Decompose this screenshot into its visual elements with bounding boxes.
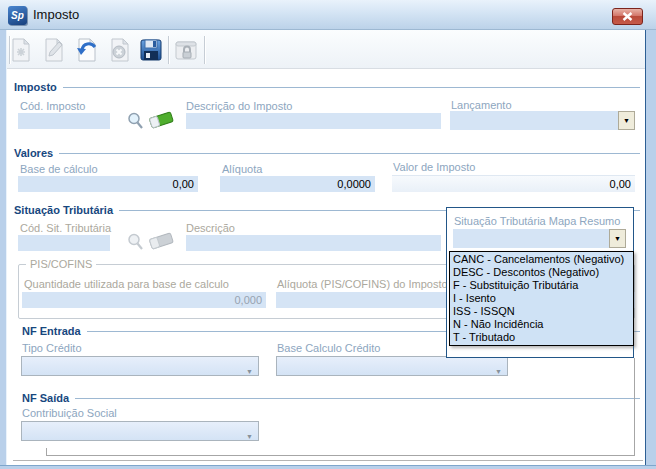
cod-sit-tributaria-input[interactable] — [18, 235, 110, 251]
aliquota-pis-cofins-label: Alíquota (PIS/COFINS) do Imposto e — [277, 278, 457, 290]
clear-situacao-button[interactable] — [147, 229, 175, 253]
panel-border-line — [13, 460, 643, 461]
window-title: Imposto — [33, 0, 79, 30]
chevron-down-icon: ▼ — [495, 363, 502, 381]
toolbar-separator — [168, 36, 169, 64]
permissions-button[interactable] — [173, 38, 199, 64]
mapa-resumo-combobox[interactable]: ▼ — [453, 229, 626, 248]
panel-border-line — [634, 358, 635, 456]
chevron-down-icon[interactable]: ▼ — [609, 229, 626, 248]
new-button[interactable] — [8, 38, 34, 64]
chevron-down-icon: ▼ — [246, 428, 253, 446]
save-button[interactable] — [138, 38, 164, 64]
aliquota-input[interactable]: 0,0000 — [220, 176, 375, 192]
eraser-disabled-icon — [147, 241, 175, 253]
base-calculo-input[interactable]: 0,00 — [18, 176, 198, 192]
section-imposto-header: Imposto — [14, 80, 640, 93]
base-calculo-label: Base de cálculo — [20, 163, 98, 175]
close-button[interactable] — [612, 8, 643, 25]
lancamento-value — [450, 111, 618, 130]
cod-imposto-label: Cód. Imposto — [20, 100, 85, 112]
cod-imposto-input[interactable] — [18, 113, 110, 129]
section-nf-saida-header: NF Saída — [22, 391, 640, 404]
quantidade-base-label: Quantidade utilizada para base de calcul… — [24, 278, 229, 290]
toolbar — [7, 30, 645, 69]
base-calculo-credito-combobox[interactable]: ▼ — [276, 356, 508, 376]
new-document-icon — [8, 37, 34, 65]
section-title: Valores — [14, 147, 53, 159]
valor-imposto-field: 0,00 — [392, 175, 635, 192]
dropdown-option[interactable]: N - Não Incidência — [450, 318, 633, 331]
undo-button[interactable] — [74, 38, 100, 64]
cod-sit-tributaria-label: Cód. Sit. Tributária — [20, 222, 111, 234]
delete-document-icon — [107, 37, 133, 65]
valor-imposto-label: Valor de Imposto — [393, 161, 475, 173]
section-title: NF Entrada — [22, 325, 81, 337]
tipo-credito-label: Tipo Crédito — [22, 342, 82, 354]
chevron-down-icon: ▼ — [246, 363, 253, 381]
chevron-down-icon[interactable]: ▼ — [618, 111, 635, 130]
search-icon — [126, 120, 145, 132]
panel-border-line — [46, 448, 47, 456]
imposto-window: Sp Imposto — [0, 0, 656, 469]
save-icon — [138, 37, 164, 65]
lancamento-combobox[interactable]: ▼ — [450, 111, 635, 130]
eraser-icon — [147, 120, 175, 132]
descricao-imposto-label: Descrição do Imposto — [186, 100, 292, 112]
edit-button[interactable] — [41, 38, 67, 64]
delete-button[interactable] — [107, 38, 133, 64]
pis-cofins-title: PIS/COFINS — [26, 258, 96, 270]
search-disabled-icon — [126, 241, 145, 253]
mapa-resumo-label: Situação Tributária Mapa Resumo — [454, 215, 620, 227]
aliquota-label: Alíquota — [222, 163, 262, 175]
edit-document-icon — [41, 37, 67, 65]
undo-document-icon — [74, 37, 100, 65]
section-title: Imposto — [14, 81, 57, 93]
contribuicao-social-label: Contribuição Social — [22, 407, 117, 419]
dropdown-option[interactable]: F - Substituição Tributária — [450, 279, 633, 292]
panel-border-line — [46, 455, 634, 456]
close-icon — [622, 11, 633, 23]
dropdown-option[interactable]: ISS - ISSQN — [450, 305, 633, 318]
toolbar-separator — [204, 36, 205, 64]
section-title: NF Saída — [22, 392, 69, 404]
window-frame-bottom — [0, 465, 656, 469]
mapa-resumo-dropdown: CANC - Cancelamentos (Negativo) DESC - D… — [449, 251, 634, 346]
base-calculo-credito-label: Base Calculo Crédito — [277, 342, 380, 354]
mapa-resumo-value — [453, 229, 609, 248]
dropdown-option[interactable]: I - Isento — [450, 292, 633, 305]
descricao-imposto-input[interactable] — [186, 113, 441, 129]
quantidade-base-input[interactable]: 0,000 — [22, 292, 266, 308]
tipo-credito-combobox[interactable]: ▼ — [21, 356, 259, 376]
section-title: Situação Tributária — [14, 204, 113, 216]
descricao-situacao-label: Descrição — [186, 222, 235, 234]
dropdown-option[interactable]: DESC - Descontos (Negativo) — [450, 266, 633, 279]
dropdown-option[interactable]: T - Tributado — [450, 331, 633, 344]
section-valores-header: Valores — [14, 146, 640, 159]
window-frame-left — [0, 30, 7, 465]
titlebar: Sp Imposto — [0, 0, 656, 30]
dropdown-option[interactable]: CANC - Cancelamentos (Negativo) — [450, 253, 633, 266]
window-frame-right — [645, 30, 656, 465]
app-logo-icon: Sp — [8, 6, 27, 25]
lock-icon — [173, 37, 199, 65]
lancamento-label: Lançamento — [451, 99, 512, 111]
search-imposto-button[interactable] — [126, 111, 145, 132]
descricao-situacao-input[interactable] — [186, 235, 441, 251]
search-situacao-button[interactable] — [126, 232, 145, 253]
contribuicao-social-combobox[interactable]: ▼ — [21, 421, 259, 441]
clear-imposto-button[interactable] — [147, 108, 175, 132]
